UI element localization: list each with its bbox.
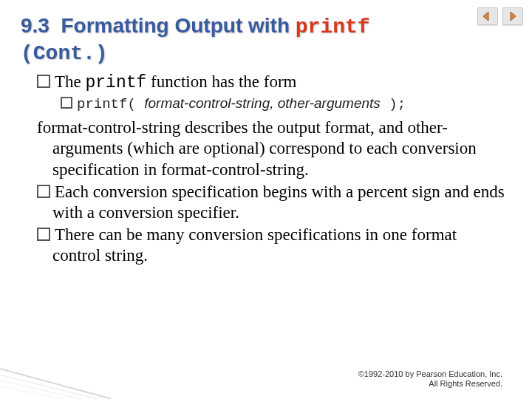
bullet-text-code: printf: [86, 73, 147, 92]
heading-title-code: printf: [296, 16, 370, 38]
bullet-text-pre: The: [55, 72, 86, 91]
arrow-left-icon: [482, 11, 494, 21]
svg-marker-1: [511, 12, 516, 21]
heading-cont: (Cont.): [21, 42, 108, 65]
svg-marker-0: [483, 12, 488, 21]
heading-section-number: 9.3: [21, 14, 50, 37]
nav-controls: [477, 7, 523, 25]
arrow-right-icon: [507, 11, 519, 21]
paragraph-text: format-control-string describes the outp…: [37, 118, 477, 178]
bullet-text: Each conversion specification begins wit…: [52, 183, 505, 222]
bullet-marker-icon: [37, 228, 50, 241]
bullet-marker-icon: [37, 75, 50, 88]
code-post: );: [381, 96, 406, 112]
bullet-text: There can be many conversion specificati…: [52, 225, 457, 265]
next-button[interactable]: [502, 7, 523, 25]
bullet-marker-icon: [37, 185, 50, 198]
code-pre: printf(: [77, 96, 144, 112]
bullet-text-post: function has the form: [146, 72, 296, 91]
footer-line-1: ©1992-2010 by Pearson Education, Inc.: [358, 369, 502, 379]
sub-bullet-item: printf( format-control-string, other-arg…: [37, 95, 505, 113]
paragraph-continuation: format-control-string describes the outp…: [37, 117, 505, 180]
svg-line-3: [0, 369, 111, 399]
copyright-footer: ©1992-2010 by Pearson Education, Inc. Al…: [358, 369, 502, 389]
corner-decoration-icon: [0, 336, 111, 399]
bullet-item: Each conversion specification begins wit…: [37, 182, 505, 223]
slide-body: The printf function has the form printf(…: [37, 72, 505, 266]
slide-heading: 9.3 Formatting Output with printf (Cont.…: [21, 13, 464, 66]
svg-line-5: [0, 381, 85, 399]
bullet-item: The printf function has the form: [37, 72, 505, 93]
bullet-item: There can be many conversion specificati…: [37, 225, 505, 266]
svg-marker-2: [0, 369, 111, 399]
code-args: format-control-string, other-arguments: [144, 95, 381, 111]
slide: 9.3 Formatting Output with printf (Cont.…: [0, 0, 532, 399]
footer-line-2: All Rights Reserved.: [358, 379, 502, 389]
svg-line-6: [0, 386, 66, 399]
heading-title-plain: Formatting Output with: [61, 14, 290, 37]
svg-line-4: [0, 375, 100, 399]
prev-button[interactable]: [477, 7, 498, 25]
bullet-marker-icon: [61, 97, 72, 109]
